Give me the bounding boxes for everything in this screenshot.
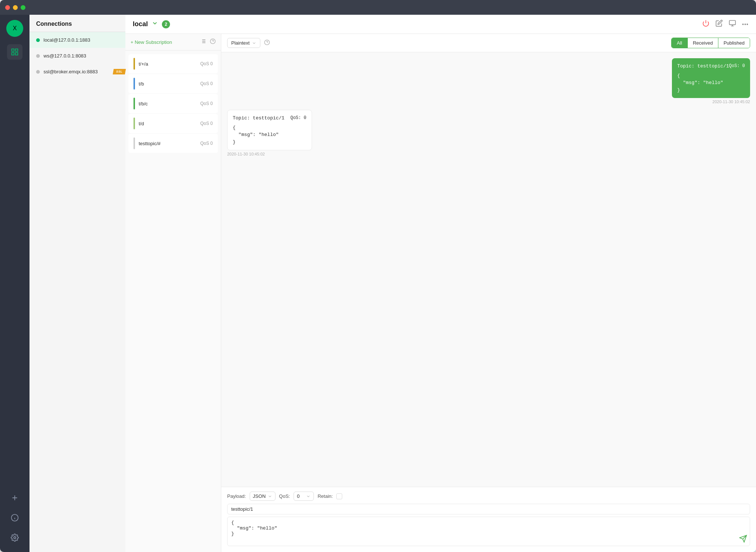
connection-status-dot [36, 38, 40, 42]
sidebar-bottom [7, 490, 22, 547]
topic-input[interactable] [227, 504, 750, 514]
chevron-down-icon [252, 41, 256, 45]
payload-input[interactable]: { "msg": "hello" } [227, 517, 750, 546]
sub-color-indicator [133, 98, 135, 109]
traffic-lights [5, 5, 25, 10]
messages-toolbar: Plaintext All Received Published [221, 34, 756, 52]
sub-topic: t/b [139, 81, 197, 87]
message-body: { "msg": "hello" } [233, 124, 306, 146]
message-item-published: Topic: testtopic/1 QoS: 0 { "msg": "hell… [672, 58, 750, 104]
main-content: local 2 ••• [125, 15, 756, 552]
input-controls: Payload: JSON QoS: 0 Retain: [227, 492, 750, 501]
connection-item-ssl[interactable]: ssl@broker.emqx.io:8883 SSL [30, 64, 125, 80]
filter-icon[interactable] [200, 38, 206, 46]
retain-checkbox[interactable] [336, 493, 342, 499]
format-select[interactable]: Plaintext [227, 38, 260, 48]
logo-text: X [13, 25, 17, 32]
subscription-item-t-plus-a[interactable]: t/+/a QoS 0 [128, 54, 218, 73]
message-topic-line: Topic: testtopic/1 QoS: 0 [677, 63, 745, 70]
message-topic: Topic: testtopic/1 [677, 63, 729, 70]
subscription-item-t-d[interactable]: t/d QoS 0 [128, 114, 218, 133]
svg-point-9 [14, 537, 16, 539]
sidebar-item-connections[interactable] [7, 44, 22, 60]
connection-item-ws[interactable]: ws@127.0.0.1:8083 [30, 48, 125, 64]
minimize-button[interactable] [13, 5, 18, 10]
sub-color-indicator [133, 78, 135, 90]
help-circle-icon[interactable] [210, 38, 216, 46]
subscription-item-testtopic[interactable]: testtopic/# QoS 0 [128, 134, 218, 153]
sidebar-item-info[interactable] [7, 510, 22, 525]
edit-icon[interactable] [715, 20, 723, 29]
plus-icon [11, 494, 19, 502]
messages-list: Topic: testtopic/1 QoS: 0 { "msg": "hell… [221, 52, 756, 487]
new-subscription-button[interactable]: + New Subscription [131, 39, 172, 45]
close-button[interactable] [5, 5, 10, 10]
qos-select[interactable]: 0 [294, 492, 314, 501]
subscriptions-panel: + New Subscription [125, 34, 221, 552]
subscription-item-t-b[interactable]: t/b QoS 0 [128, 74, 218, 93]
connection-item-local[interactable]: local@127.0.0.1:1883 [30, 32, 125, 48]
format-label: Plaintext [231, 40, 250, 46]
sub-color-indicator [133, 58, 135, 70]
sub-topic: t/d [139, 121, 197, 126]
connection-name: ssl@broker.emqx.io:8883 [44, 69, 98, 74]
subscription-list: t/+/a QoS 0 t/b QoS 0 t/b/c QoS 0 [125, 50, 221, 552]
subscriptions-header: + New Subscription [125, 34, 221, 50]
connections-panel: Connections local@127.0.0.1:1883 ws@127.… [30, 15, 125, 552]
filter-tab-published[interactable]: Published [718, 38, 750, 48]
sub-qos: QoS 0 [200, 141, 213, 146]
sub-color-indicator [133, 137, 135, 149]
subscription-item-t-b-c[interactable]: t/b/c QoS 0 [128, 94, 218, 113]
send-icon[interactable] [739, 535, 747, 545]
payload-format-select[interactable]: JSON [250, 492, 275, 501]
message-item-received: Topic: testtopic/1 QoS: 0 { "msg": "hell… [227, 110, 312, 156]
filter-tab-all[interactable]: All [672, 38, 687, 48]
ssl-badge: SSL [113, 64, 125, 80]
grid-icon [11, 48, 19, 56]
message-bubble-received: Topic: testtopic/1 QoS: 0 { "msg": "hell… [227, 110, 312, 150]
message-qos: QoS: 0 [290, 115, 306, 122]
message-qos: QoS: 0 [729, 63, 745, 70]
chevron-down-icon [306, 494, 311, 499]
more-icon[interactable]: ••• [742, 21, 749, 27]
retain-label: Retain: [318, 493, 333, 499]
power-icon[interactable] [702, 20, 710, 29]
help-icon[interactable] [264, 39, 270, 47]
svg-rect-1 [15, 49, 18, 51]
message-bubble-published: Topic: testtopic/1 QoS: 0 { "msg": "hell… [672, 58, 750, 98]
active-connection-title: local [133, 20, 148, 28]
filter-tab-received[interactable]: Received [688, 38, 718, 48]
title-bar [0, 0, 756, 15]
send-button-wrapper [739, 535, 747, 545]
settings-icon [11, 534, 19, 542]
chevron-down-icon[interactable] [152, 20, 158, 28]
sub-qos: QoS 0 [200, 81, 213, 86]
sidebar-item-add[interactable] [7, 490, 22, 506]
qos-value: 0 [297, 493, 299, 499]
sub-qos: QoS 0 [200, 61, 213, 66]
connection-status-dot [36, 70, 40, 74]
svg-rect-2 [12, 53, 14, 55]
message-timestamp: 2020-11-30 10:45:02 [672, 99, 750, 104]
sub-qos: QoS 0 [200, 121, 213, 126]
payload-label: Payload: [227, 493, 246, 499]
connection-name: local@127.0.0.1:1883 [44, 37, 90, 43]
message-timestamp: 2020-11-30 10:45:02 [227, 152, 312, 156]
input-area: Payload: JSON QoS: 0 Retain: [221, 487, 756, 552]
app-logo[interactable]: X [6, 20, 23, 37]
top-bar-actions: ••• [702, 20, 749, 29]
connection-status-dot [36, 54, 40, 58]
sidebar-item-settings[interactable] [7, 530, 22, 545]
sub-color-indicator [133, 118, 135, 129]
message-topic-line: Topic: testtopic/1 QoS: 0 [233, 115, 306, 122]
svg-rect-3 [15, 53, 18, 55]
sub-header-icons [200, 38, 216, 46]
monitor-icon[interactable] [729, 20, 736, 29]
info-icon [11, 514, 19, 522]
svg-rect-0 [12, 49, 14, 51]
maximize-button[interactable] [21, 5, 25, 10]
connection-count-badge: 2 [162, 20, 170, 28]
sub-topic: t/+/a [139, 61, 197, 67]
message-topic: Topic: testtopic/1 [233, 115, 284, 122]
chevron-down-icon [268, 494, 272, 499]
